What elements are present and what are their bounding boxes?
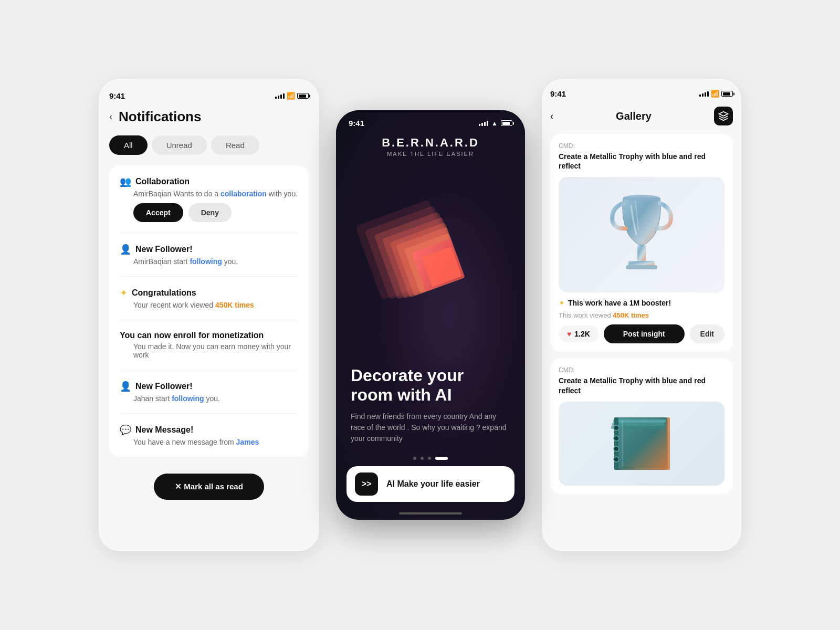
card-footer: ♥ 1.2K Post insight Edit bbox=[559, 324, 724, 343]
dots-indicator bbox=[336, 450, 525, 466]
nav-header-left: ‹ Notifications bbox=[109, 109, 309, 125]
svg-rect-15 bbox=[612, 423, 665, 426]
cta-icon: >> bbox=[355, 472, 378, 496]
f2-link: following bbox=[172, 394, 204, 403]
status-time-right: 9:41 bbox=[550, 89, 566, 98]
message-icon: 💬 bbox=[120, 424, 131, 436]
f2-prefix: Jahan start bbox=[133, 394, 172, 403]
svg-rect-23 bbox=[667, 417, 670, 470]
brand-name: B.E.R.N.A.R.D bbox=[349, 136, 512, 150]
notifications-phone: 9:41 📶 ‹ Notifications All Unread Read 👥… bbox=[99, 79, 319, 551]
divider-4 bbox=[120, 370, 298, 370]
wifi-icon: 📶 bbox=[287, 92, 295, 100]
gallery-card-1: CMD: Create a Metallic Trophy with blue … bbox=[550, 134, 733, 352]
cmd-label-2: CMD: bbox=[559, 366, 724, 374]
hero-subtext: Find new friends from every country And … bbox=[351, 411, 510, 444]
collab-desc: AmirBaqian Wants to do a collaboration w… bbox=[133, 190, 298, 198]
status-time-left: 9:41 bbox=[109, 91, 125, 100]
svg-point-12 bbox=[623, 195, 660, 201]
svg-point-21 bbox=[614, 457, 619, 462]
views-row: This work viewed 450K times bbox=[559, 311, 724, 319]
gallery-card-2: CMD: Create a Metallic Trophy with blue … bbox=[550, 358, 733, 494]
collab-link: collaboration bbox=[220, 190, 267, 198]
hero-text-area: Decorate your room with AI Find new frie… bbox=[336, 366, 525, 450]
cmd-label-1: CMD: bbox=[559, 142, 724, 150]
dot-2 bbox=[421, 457, 424, 460]
svg-point-18 bbox=[614, 425, 619, 430]
message-title: New Message! bbox=[135, 425, 193, 435]
views-count: 450K times bbox=[613, 311, 649, 319]
status-bar-left: 9:41 📶 bbox=[109, 91, 309, 100]
notif-header: 👥 Collaboration bbox=[120, 176, 298, 187]
congrats-icon: ✦ bbox=[120, 287, 128, 299]
trophy-image-1 bbox=[559, 177, 724, 292]
post-insight-button[interactable]: Post insight bbox=[604, 324, 685, 343]
message-desc: You have a new message from James bbox=[133, 438, 298, 446]
center-phone: 9:41 ▲ B.E.R.N.A.R.D MAKE THE LIFE EASIE… bbox=[336, 110, 525, 520]
cg-prefix: Your recent work viewed bbox=[133, 301, 215, 309]
svg-rect-11 bbox=[626, 265, 657, 269]
tab-all[interactable]: All bbox=[109, 135, 148, 155]
notif-header: 💬 New Message! bbox=[120, 424, 298, 436]
follower1-icon: 👤 bbox=[120, 244, 131, 255]
divider-2 bbox=[120, 276, 298, 277]
notif-monetize: You can now enroll for monetization You … bbox=[120, 331, 298, 359]
booster-row: ✦ This work have a 1M booster! bbox=[559, 299, 724, 307]
notif-follower2: 👤 New Follower! Jahan start following yo… bbox=[120, 381, 298, 403]
cg-link: 450K times bbox=[215, 301, 254, 309]
notif-header: 👤 New Follower! bbox=[120, 381, 298, 392]
cube-button[interactable] bbox=[714, 107, 733, 125]
notif-header: ✦ Congratulations bbox=[120, 287, 298, 299]
monetize-title: You can now enroll for monetization bbox=[120, 331, 264, 340]
dot-4-active bbox=[435, 457, 448, 460]
center-wifi-icon: ▲ bbox=[491, 120, 498, 127]
follower2-title: New Follower! bbox=[135, 382, 192, 391]
mark-all-read-button[interactable]: ✕ Mark all as read bbox=[154, 474, 264, 500]
brand-tagline: MAKE THE LIFE EASIER bbox=[349, 151, 512, 157]
center-status-icons: ▲ bbox=[479, 120, 512, 127]
cta-button[interactable]: >> AI Make your life easier bbox=[346, 466, 514, 502]
dot-1 bbox=[413, 457, 416, 460]
tab-unread[interactable]: Unread bbox=[152, 135, 207, 155]
collab-icon: 👥 bbox=[120, 176, 131, 187]
back-button-right[interactable]: ‹ bbox=[550, 111, 553, 122]
monetize-desc: You made it. Now you can earn money with… bbox=[133, 342, 298, 359]
notif-collaboration: 👥 Collaboration AmirBaqian Wants to do a… bbox=[120, 176, 298, 222]
center-battery-icon bbox=[501, 120, 512, 126]
accept-button[interactable]: Accept bbox=[133, 203, 183, 222]
status-icons-left: 📶 bbox=[275, 92, 309, 100]
edit-button[interactable]: Edit bbox=[690, 324, 724, 343]
deny-button[interactable]: Deny bbox=[188, 203, 232, 222]
book-svg bbox=[600, 407, 684, 480]
collab-desc-prefix: AmirBaqian Wants to do a bbox=[133, 190, 220, 198]
congrats-title: Congratulations bbox=[132, 288, 196, 298]
follower2-icon: 👤 bbox=[120, 381, 131, 392]
filter-tabs: All Unread Read bbox=[109, 135, 309, 155]
right-battery-icon bbox=[721, 91, 733, 97]
msg-link: James bbox=[236, 438, 259, 446]
f1-link: following bbox=[190, 257, 222, 266]
mn-prefix: You made it. Now you can earn money with… bbox=[133, 342, 291, 359]
notifications-card: 👥 Collaboration AmirBaqian Wants to do a… bbox=[109, 165, 309, 457]
svg-rect-9 bbox=[637, 245, 646, 261]
center-brand: B.E.R.N.A.R.D MAKE THE LIFE EASIER bbox=[336, 128, 525, 157]
views-prefix: This work viewed bbox=[559, 311, 613, 319]
msg-prefix: You have a new message from bbox=[133, 438, 236, 446]
follower1-title: New Follower! bbox=[135, 245, 192, 254]
battery-icon bbox=[297, 93, 309, 99]
follower1-desc: AmirBaqian start following you. bbox=[133, 257, 298, 266]
svg-rect-14 bbox=[613, 419, 666, 423]
home-indicator bbox=[399, 512, 462, 514]
booster-text: This work have a 1M booster! bbox=[568, 299, 671, 307]
tab-read[interactable]: Read bbox=[211, 135, 259, 155]
follower2-desc: Jahan start following you. bbox=[133, 394, 298, 403]
divider-5 bbox=[120, 413, 298, 414]
notif-congrats: ✦ Congratulations Your recent work viewe… bbox=[120, 287, 298, 309]
like-badge: ♥ 1.2K bbox=[559, 326, 598, 342]
cmd-desc-2: Create a Metallic Trophy with blue and r… bbox=[559, 376, 724, 395]
back-button-left[interactable]: ‹ bbox=[109, 111, 112, 122]
collab-actions: Accept Deny bbox=[133, 203, 298, 222]
svg-rect-22 bbox=[622, 420, 623, 467]
center-status-time: 9:41 bbox=[349, 119, 364, 128]
second-trophy-image bbox=[559, 402, 724, 486]
